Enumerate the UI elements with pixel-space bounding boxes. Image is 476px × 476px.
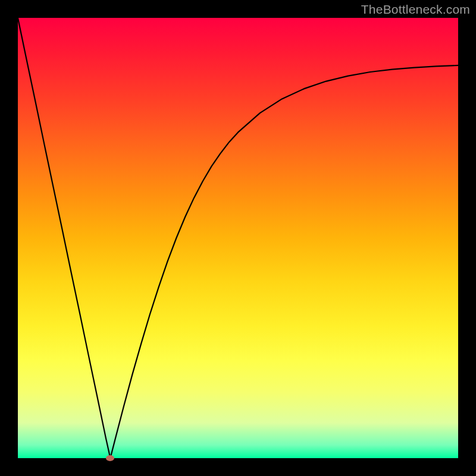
plot-gradient-background: [18, 18, 458, 458]
chart-container: TheBottleneck.com: [0, 0, 476, 476]
watermark-text: TheBottleneck.com: [361, 2, 470, 17]
minimum-marker: [106, 455, 114, 461]
